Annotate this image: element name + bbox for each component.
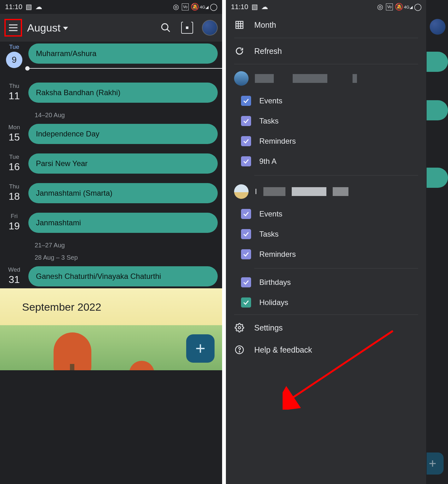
day-row: Thu 18 Janmashtami (Smarta) — [0, 181, 222, 205]
drawer-help[interactable]: Help & feedback — [226, 339, 426, 361]
svg-point-14 — [238, 326, 241, 329]
refresh-icon — [234, 46, 245, 56]
calendar-toggle[interactable]: Reminders — [226, 244, 426, 264]
calendar-toggle[interactable]: 9th A — [226, 151, 426, 171]
drawer-refresh[interactable]: Refresh — [226, 40, 426, 62]
calendar-today-icon — [181, 22, 193, 34]
day-row: Tue 16 Parsi New Year — [0, 152, 222, 176]
status-time: 11:10 — [231, 3, 248, 11]
day-header[interactable]: Tue 16 — [0, 152, 28, 176]
divider — [234, 38, 418, 38]
event-pill[interactable]: Ganesh Chaturthi/Vinayaka Chaturthi — [28, 266, 218, 286]
month-dropdown[interactable]: August — [27, 22, 154, 34]
volte-icon: Vo — [386, 3, 393, 10]
month-illustration: September 2022 — [0, 288, 222, 370]
month-grid-icon — [234, 20, 245, 30]
loading-icon: ◯ — [414, 3, 421, 10]
drawer-item-label: Settings — [254, 323, 283, 332]
calendar-toggle[interactable]: Events — [226, 204, 426, 224]
help-icon — [234, 344, 245, 355]
account-avatar — [234, 71, 249, 86]
checkbox-icon — [241, 297, 251, 308]
status-bar: 11:10 ▧ ☁ ◎ Vo 🔕 4G◢ ◯ — [226, 0, 426, 14]
create-event-fab[interactable] — [186, 334, 215, 363]
week-range: 28 Aug – 3 Sep — [0, 252, 222, 264]
calendar-toggle[interactable]: Events — [226, 91, 426, 111]
event-title: Muharram/Ashura — [36, 49, 96, 58]
signal-icon: 4G◢ — [201, 3, 208, 10]
day-header[interactable]: Tue 9 — [0, 42, 28, 68]
calendar-toggle[interactable]: Reminders — [226, 131, 426, 151]
calendar-label: Holidays — [259, 298, 288, 307]
redacted-name — [333, 187, 348, 196]
calendar-label: Birthdays — [259, 278, 291, 287]
day-row-today: Tue 9 Muharram/Ashura — [0, 42, 222, 68]
calendar-label: Events — [259, 96, 282, 105]
redacted-name — [263, 187, 285, 196]
svg-rect-9 — [236, 21, 243, 29]
drawer-account[interactable] — [226, 66, 426, 91]
divider — [254, 175, 418, 176]
mute-icon: 🔕 — [395, 3, 402, 10]
day-header[interactable]: Fri 19 — [0, 211, 28, 235]
calendar-toggle[interactable]: Holidays — [226, 292, 426, 313]
event-pill[interactable]: Parsi New Year — [28, 153, 218, 174]
calendar-label: Tasks — [259, 230, 279, 239]
status-time: 11:10 — [5, 3, 22, 11]
hotspot-icon: ◎ — [172, 3, 179, 10]
picture-icon: ▧ — [26, 3, 32, 11]
calendar-toggle[interactable]: Birthdays — [226, 272, 426, 292]
gear-icon — [234, 322, 245, 333]
checkbox-icon — [241, 96, 251, 106]
calendar-toggle[interactable]: Tasks — [226, 111, 426, 131]
hotspot-icon: ◎ — [376, 3, 383, 10]
drawer-account[interactable]: I — [226, 179, 426, 204]
screenshot-right: 11:10 ▧ ☁ ◎ Vo 🔕 4G◢ ◯ Month Refresh — [226, 0, 448, 484]
event-pill[interactable]: Janmashtami (Smarta) — [28, 183, 218, 203]
day-header[interactable]: Thu 18 — [0, 181, 28, 205]
account-avatar — [234, 184, 249, 199]
today-button[interactable] — [181, 21, 194, 34]
drawer-item-label: Month — [254, 20, 276, 30]
cloud-icon: ☁ — [35, 3, 42, 11]
navigation-drawer: 11:10 ▧ ☁ ◎ Vo 🔕 4G◢ ◯ Month Refresh — [226, 0, 427, 484]
drawer-settings[interactable]: Settings — [226, 317, 426, 339]
calendar-label: Reminders — [259, 137, 296, 146]
day-row: Mon 15 Independence Day — [0, 122, 222, 146]
svg-point-3 — [162, 24, 168, 30]
day-header[interactable]: Wed 31 — [0, 264, 28, 288]
volte-icon: Vo — [182, 3, 189, 10]
calendar-label: Reminders — [259, 250, 296, 259]
svg-line-4 — [167, 29, 170, 32]
calendar-label: Events — [259, 210, 282, 218]
event-pill[interactable]: Raksha Bandhan (Rakhi) — [28, 83, 218, 103]
calendar-label: Tasks — [259, 117, 279, 125]
profile-avatar[interactable] — [202, 20, 218, 36]
day-header[interactable]: Mon 15 — [0, 122, 28, 146]
search-button[interactable] — [159, 21, 172, 34]
day-row: Fri 19 Janmashtami — [0, 211, 222, 235]
menu-button[interactable] — [4, 19, 22, 37]
calendar-toggle[interactable]: Tasks — [226, 224, 426, 244]
event-pill[interactable]: Janmashtami — [28, 213, 218, 233]
loading-icon: ◯ — [210, 3, 217, 10]
redacted-name — [353, 74, 357, 83]
day-row: Wed 31 Ganesh Chaturthi/Vinayaka Chaturt… — [0, 264, 222, 288]
cloud-icon: ☁ — [261, 3, 268, 11]
drawer-item-label: Refresh — [254, 47, 282, 56]
divider — [234, 314, 418, 315]
checkbox-icon — [241, 136, 251, 146]
next-month-label: September 2022 — [22, 301, 101, 313]
app-header: August — [0, 14, 222, 42]
event-pill[interactable]: Muharram/Ashura — [28, 43, 218, 64]
day-header[interactable]: Thu 11 — [0, 81, 28, 105]
redacted-name — [255, 74, 274, 83]
checkbox-icon — [241, 229, 251, 239]
event-pill[interactable]: Independence Day — [28, 124, 218, 144]
chevron-down-icon — [63, 27, 68, 30]
status-bar: 11:10 ▧ ☁ ◎ Vo 🔕 4G◢ ◯ — [0, 0, 222, 14]
checkbox-icon — [241, 277, 251, 287]
day-of-week: Tue — [0, 43, 28, 50]
schedule-list[interactable]: Tue 9 Muharram/Ashura Thu 11 Raksha Band… — [0, 42, 222, 288]
drawer-view-month[interactable]: Month — [226, 14, 426, 36]
